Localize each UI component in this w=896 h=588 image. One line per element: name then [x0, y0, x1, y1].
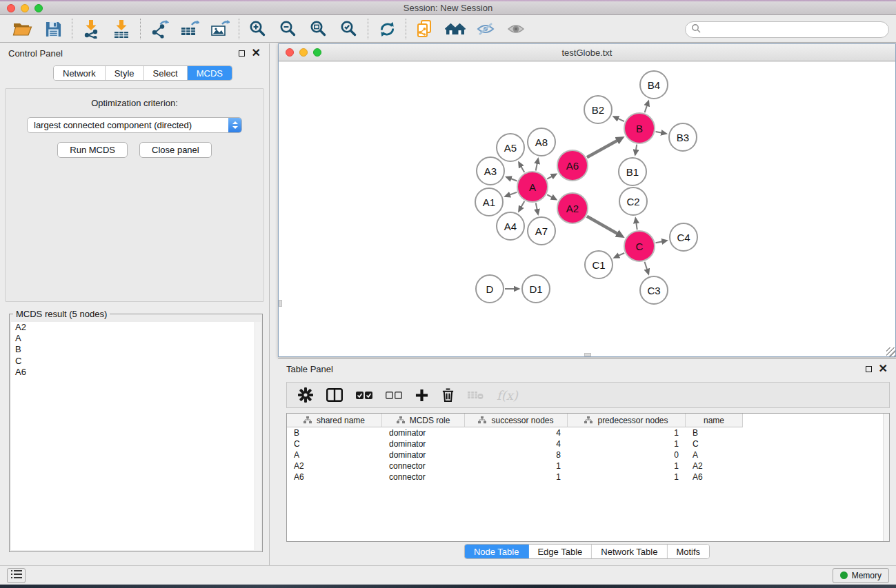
float-table-panel-icon[interactable]: [866, 366, 872, 372]
save-session-button[interactable]: [40, 18, 66, 40]
export-network-button[interactable]: [146, 18, 172, 40]
tab-motifs[interactable]: Motifs: [667, 545, 709, 558]
canvas-scroll-mark-left[interactable]: [279, 300, 282, 307]
import-table-button[interactable]: [108, 18, 135, 40]
graph-edge[interactable]: [510, 192, 517, 195]
dropdown-stepper-icon[interactable]: [228, 117, 241, 133]
column-header-predecessor-nodes[interactable]: predecessor nodes: [568, 414, 686, 427]
close-window-button[interactable]: [7, 4, 15, 12]
refresh-button[interactable]: [374, 18, 400, 40]
graph-node-A5[interactable]: A5: [496, 133, 525, 162]
graph-edge[interactable]: [656, 132, 661, 133]
export-table-button[interactable]: [177, 18, 203, 40]
deselect-all-button[interactable]: [386, 391, 402, 400]
show-all-button[interactable]: [503, 18, 529, 40]
search-box[interactable]: [685, 21, 889, 38]
add-column-button[interactable]: [415, 389, 428, 402]
graph-edge[interactable]: [587, 216, 617, 234]
column-header-shared-name[interactable]: shared name: [287, 414, 382, 427]
graph-edge[interactable]: [656, 241, 662, 243]
graph-node-A3[interactable]: A3: [476, 156, 505, 185]
run-mcds-button[interactable]: Run MCDS: [57, 142, 128, 158]
graph-node-A8[interactable]: A8: [527, 128, 556, 156]
graph-edge[interactable]: [636, 145, 637, 150]
graph-edge[interactable]: [645, 105, 647, 112]
network-canvas[interactable]: B4B2BB3A8A5A6A3B1AC2A1A2A4A7C4CC1DD1C3: [279, 62, 895, 356]
graph-node-B2[interactable]: B2: [584, 95, 613, 124]
graph-node-C1[interactable]: C1: [584, 250, 613, 279]
result-list-item[interactable]: C: [11, 356, 261, 367]
column-header-name[interactable]: name: [686, 414, 743, 427]
tab-select[interactable]: Select: [144, 66, 188, 80]
mcds-result-list[interactable]: A2ABCA6: [11, 322, 261, 550]
table-row[interactable]: A2connector11A2: [287, 460, 889, 472]
column-header-MCDS-role[interactable]: MCDS role: [382, 414, 465, 427]
result-list-item[interactable]: A2: [11, 322, 261, 333]
network-minimize-button[interactable]: [299, 48, 308, 57]
zoom-selected-button[interactable]: [336, 18, 362, 40]
graph-edge[interactable]: [636, 223, 637, 230]
graph-edge[interactable]: [521, 201, 525, 207]
float-panel-icon[interactable]: [239, 50, 245, 57]
tab-network-table[interactable]: Network Table: [592, 545, 667, 558]
tab-network[interactable]: Network: [54, 66, 106, 80]
graph-node-B4[interactable]: B4: [639, 70, 668, 99]
zoom-in-button[interactable]: [245, 18, 271, 40]
table-row[interactable]: A6connector11A6: [287, 472, 889, 483]
table-row[interactable]: Adominator80A: [287, 449, 889, 460]
canvas-scroll-mark-bottom[interactable]: [584, 353, 591, 356]
table-settings-button[interactable]: [298, 387, 313, 403]
graph-node-B[interactable]: B: [624, 112, 655, 144]
new-network-from-selection-button[interactable]: [412, 18, 438, 40]
network-maximize-button[interactable]: [313, 48, 321, 57]
graph-edge[interactable]: [587, 141, 617, 157]
result-list-item[interactable]: A: [11, 333, 261, 344]
graph-node-D[interactable]: D: [475, 274, 504, 303]
graph-edge[interactable]: [645, 262, 648, 270]
minimize-window-button[interactable]: [21, 4, 29, 12]
network-close-button[interactable]: [286, 48, 294, 57]
tab-node-table[interactable]: Node Table: [465, 545, 529, 558]
graph-edge[interactable]: [511, 179, 517, 181]
task-history-button[interactable]: [7, 568, 26, 583]
graph-edge[interactable]: [547, 176, 552, 179]
criterion-dropdown[interactable]: largest connected component (directed): [27, 117, 242, 133]
search-input[interactable]: [704, 25, 886, 35]
graph-edge[interactable]: [536, 203, 537, 210]
graph-node-A2[interactable]: A2: [557, 192, 588, 224]
import-network-button[interactable]: [78, 18, 104, 40]
maximize-window-button[interactable]: [34, 4, 43, 12]
graph-node-A1[interactable]: A1: [475, 187, 504, 216]
memory-button[interactable]: Memory: [833, 568, 889, 583]
result-list-item[interactable]: A6: [11, 367, 261, 378]
zoom-fit-button[interactable]: [306, 18, 332, 40]
close-table-panel-icon[interactable]: ✕: [879, 365, 888, 373]
select-all-button[interactable]: [356, 391, 372, 400]
tab-mcds[interactable]: MCDS: [188, 66, 232, 80]
window-resize-grip[interactable]: [886, 347, 895, 356]
hide-selected-button[interactable]: [472, 18, 499, 40]
close-panel-icon[interactable]: ✕: [252, 49, 261, 57]
network-window-titlebar[interactable]: testGlobe.txt: [279, 44, 895, 61]
split-panel-button[interactable]: [326, 388, 343, 402]
graph-node-C3[interactable]: C3: [639, 276, 668, 305]
result-list-item[interactable]: B: [11, 344, 261, 355]
tab-edge-table[interactable]: Edge Table: [528, 545, 592, 558]
graph-edge[interactable]: [547, 194, 552, 197]
first-neighbors-button[interactable]: [442, 18, 468, 40]
delete-column-button[interactable]: [441, 388, 455, 403]
zoom-out-button[interactable]: [275, 18, 301, 40]
graph-node-A4[interactable]: A4: [496, 212, 525, 241]
result-list-scrollbar[interactable]: [255, 322, 261, 550]
graph-node-A6[interactable]: A6: [557, 150, 588, 181]
graph-node-D1[interactable]: D1: [521, 274, 550, 303]
column-header-successor-nodes[interactable]: successor nodes: [465, 414, 568, 427]
table-row[interactable]: Cdominator41C: [287, 438, 889, 449]
graph-node-C4[interactable]: C4: [669, 223, 698, 252]
open-file-button[interactable]: [10, 18, 36, 40]
graph-edge[interactable]: [619, 253, 624, 256]
graph-node-C[interactable]: C: [624, 230, 655, 262]
graph-node-B3[interactable]: B3: [668, 123, 697, 152]
graph-edge[interactable]: [618, 119, 624, 121]
tab-style[interactable]: Style: [106, 66, 144, 80]
